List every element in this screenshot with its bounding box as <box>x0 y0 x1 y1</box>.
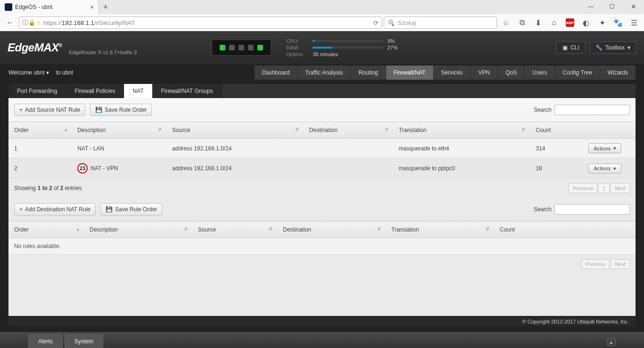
actions-button[interactable]: Actions▾ <box>588 164 621 174</box>
back-button[interactable]: ← <box>3 16 17 30</box>
col-translation[interactable]: Translation⇵ <box>393 122 530 139</box>
cell-destination <box>304 158 393 179</box>
col-count[interactable]: Count <box>494 222 636 238</box>
caret-down-icon: ▾ <box>613 166 616 172</box>
col-description[interactable]: Description⇵ <box>84 222 192 238</box>
cell-description: NAT - LAN <box>72 139 166 158</box>
menu-icon[interactable]: ☰ <box>627 16 641 30</box>
subtab-nat[interactable]: NAT <box>124 84 152 98</box>
tab-qos[interactable]: QoS <box>497 66 524 80</box>
source-nat-search-input[interactable] <box>554 105 630 115</box>
t: 1 to 2 <box>37 185 52 191</box>
ext1-icon[interactable]: ◐ <box>579 16 593 30</box>
col-translation[interactable]: Translation⇵ <box>386 222 494 238</box>
logo: EdgeMAX® EdgeRouter X v1.9.7+hotfix.3 <box>8 41 62 54</box>
subtab-port-forwarding[interactable]: Port Forwarding <box>8 84 66 98</box>
info-icon[interactable]: ⓘ <box>22 18 28 27</box>
favicon-icon <box>5 3 12 11</box>
subtab-firewall-nat-groups[interactable]: Firewall/NAT Groups <box>153 84 222 98</box>
save-rule-order-button[interactable]: 💾Save Rule Order <box>90 104 152 116</box>
sub-nav-tabs: Port Forwarding Firewall Policies NAT Fi… <box>8 84 636 98</box>
new-tab-button[interactable]: + <box>99 2 112 12</box>
dest-nat-table: Order▴ Description⇵ Source⇵ Destination⇵… <box>8 222 636 238</box>
col-source[interactable]: Source⇵ <box>192 222 277 238</box>
reader-icon[interactable]: ⧉ <box>515 16 529 30</box>
tab-vpn[interactable]: VPN <box>471 66 498 80</box>
save-icon: 💾 <box>95 107 102 113</box>
close-window-button[interactable]: ✕ <box>623 0 644 13</box>
tab-wizards[interactable]: Wizards <box>600 66 636 80</box>
toolbox-button[interactable]: 🔧Toolbox▾ <box>589 41 636 54</box>
tab-firewall-nat[interactable]: Firewall/NAT <box>386 66 433 80</box>
url-protocol: https:// <box>43 19 62 26</box>
browser-tab[interactable]: EdgeOS - ubnt × <box>0 0 99 14</box>
col-order[interactable]: Order▴ <box>8 222 84 238</box>
nat-panel: +Add Source NAT Rule 💾Save Rule Order Se… <box>8 98 636 316</box>
welcome-dropdown[interactable]: Welcome ubnt▾ <box>8 69 49 76</box>
ext3-icon[interactable]: 🐾 <box>611 16 625 30</box>
col-order[interactable]: Order▴ <box>8 122 72 139</box>
sort-icon: ⇵ <box>269 226 272 232</box>
dest-nat-toolbar: +Add Destination NAT Rule 💾Save Rule Ord… <box>8 198 636 222</box>
cli-icon: ▣ <box>562 44 568 51</box>
collapse-drawer-button[interactable]: ▴ <box>607 338 616 346</box>
col-destination-label: Destination <box>283 226 311 233</box>
subtab-firewall-policies[interactable]: Firewall Policies <box>66 84 124 98</box>
alerts-tab[interactable]: Alerts <box>28 334 63 348</box>
welcome-text: Welcome ubnt <box>8 69 44 76</box>
bookmark-icon[interactable]: ☆ <box>499 16 513 30</box>
save-rule-order-label: Save Rule Order <box>115 206 157 213</box>
add-dest-nat-button[interactable]: +Add Destination NAT Rule <box>14 203 96 215</box>
actions-button[interactable]: Actions▾ <box>588 143 621 153</box>
system-tab[interactable]: System <box>65 334 103 348</box>
page-1-button[interactable]: 1 <box>598 183 610 193</box>
next-button[interactable]: Next <box>611 259 630 269</box>
cell-count: 314 <box>530 139 583 158</box>
cli-label: CLI <box>570 44 579 51</box>
search-label: Search <box>534 107 552 113</box>
sort-icon: ⇵ <box>486 226 489 232</box>
col-description-label: Description <box>77 127 106 133</box>
home-icon[interactable]: ⌂ <box>547 16 561 30</box>
hostname-label: to ubnt <box>56 69 73 76</box>
tab-config-tree[interactable]: Config Tree <box>555 66 600 80</box>
col-translation-label: Translation <box>391 226 419 233</box>
cli-button[interactable]: ▣CLI <box>556 41 586 54</box>
search-placeholder: Szukaj <box>397 19 416 26</box>
logo-edge: Edge <box>8 41 34 54</box>
ram-label: RAM: <box>286 45 309 50</box>
downloads-icon[interactable]: ⬇ <box>531 16 545 30</box>
cell-order: 1 <box>8 139 72 158</box>
save-rule-order-label: Save Rule Order <box>105 107 147 113</box>
tab-traffic-analysis[interactable]: Traffic Analysis <box>297 66 350 80</box>
maximize-button[interactable]: ☐ <box>602 0 623 13</box>
tab-services[interactable]: Services <box>433 66 471 80</box>
minimize-button[interactable]: — <box>580 0 602 13</box>
next-button[interactable]: Next <box>611 183 630 193</box>
url-path: /#Security/NAT <box>94 19 135 26</box>
dest-nat-search-input[interactable] <box>554 204 630 215</box>
col-actions <box>583 122 636 139</box>
col-description[interactable]: Description⇵ <box>72 122 166 139</box>
table-row: 2 23NAT - VPN address 192.168.1.0/24 mas… <box>8 158 636 179</box>
dest-nat-footer: Previous Next <box>8 255 636 316</box>
col-count[interactable]: Count <box>530 122 583 139</box>
tab-routing[interactable]: Routing <box>350 66 385 80</box>
col-destination[interactable]: Destination⇵ <box>277 222 386 238</box>
col-source[interactable]: Source⇵ <box>166 122 304 139</box>
tab-users[interactable]: Users <box>524 66 554 80</box>
add-source-nat-button[interactable]: +Add Source NAT Rule <box>14 104 85 116</box>
previous-button[interactable]: Previous <box>581 259 610 269</box>
save-rule-order-button[interactable]: 💾Save Rule Order <box>100 203 162 215</box>
tab-dashboard[interactable]: Dashboard <box>255 66 297 80</box>
reload-button[interactable]: ⟳ <box>373 19 379 26</box>
url-bar[interactable]: ⓘ 🔒 ⚠ https:// 192.168.1.1 /#Security/NA… <box>19 17 382 29</box>
sort-asc-icon: ▴ <box>77 226 79 232</box>
abp-icon[interactable]: ABP <box>563 16 577 30</box>
previous-button[interactable]: Previous <box>569 183 597 193</box>
ext2-icon[interactable]: ✦ <box>595 16 609 30</box>
cell-source: address 192.168.1.0/24 <box>166 158 304 179</box>
browser-search[interactable]: 🔍 Szukaj <box>384 17 497 29</box>
close-tab-icon[interactable]: × <box>90 3 94 11</box>
col-destination[interactable]: Destination⇵ <box>304 122 393 139</box>
